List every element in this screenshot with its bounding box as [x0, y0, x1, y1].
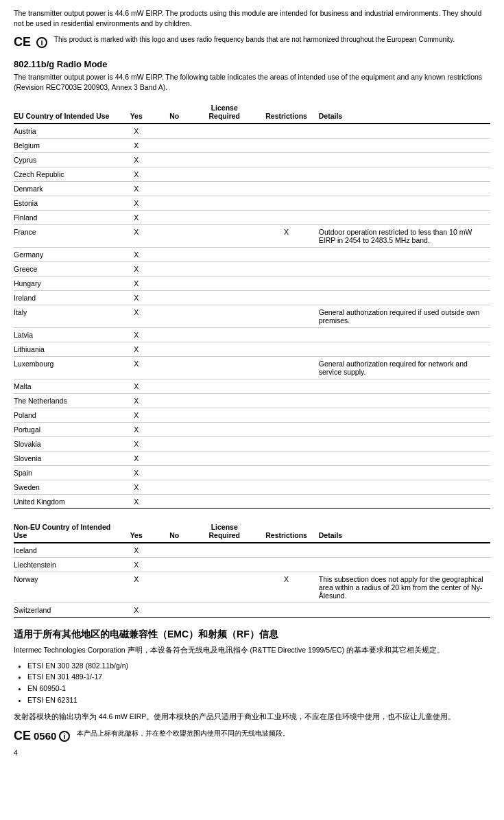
eu-restrictions-cell: [256, 422, 318, 436]
eu-yes-cell: X: [119, 393, 157, 408]
eu-details-cell: [319, 276, 490, 290]
non-eu-license-cell: [195, 572, 256, 602]
eu-restrictions-cell: [256, 138, 318, 152]
eu-table-row: Germany X: [14, 247, 490, 261]
eu-table-row: Poland X: [14, 408, 490, 422]
info-icon-bottom: i: [59, 731, 70, 742]
ce-text-bottom: 本产品上标有此徽标，并在整个欧盟范围内使用不同的无线电波频段。: [77, 729, 289, 738]
eu-license-cell: [195, 196, 256, 210]
eu-table: EU Country of Intended Use Yes No Licens…: [14, 101, 490, 509]
eu-license-cell: [195, 393, 256, 408]
eu-country-cell: Spain: [14, 465, 119, 480]
eu-no-cell: [156, 408, 195, 422]
chinese-title: 适用于所有其他地区的电磁兼容性（EMC）和射频（RF）信息: [14, 629, 490, 641]
non-eu-details-cell: [319, 543, 490, 558]
eu-country-cell: Hungary: [14, 276, 119, 290]
eu-table-row: Italy X General authorization required i…: [14, 305, 490, 327]
ce-block-bottom: CE 0560 i 本产品上标有此徽标，并在整个欧盟范围内使用不同的无线电波频段…: [14, 729, 490, 743]
chinese-body1: Intermec Technologies Corporation 声明，本设备…: [14, 645, 490, 656]
non-eu-section: Non-EU Country of Intended Use Yes No Li…: [14, 520, 490, 618]
eu-table-row: United Kingdom X: [14, 494, 490, 508]
chinese-section: 适用于所有其他地区的电磁兼容性（EMC）和射频（RF）信息 Intermec T…: [14, 629, 490, 744]
non-eu-table-row: Iceland X: [14, 543, 490, 558]
eu-table-row: The Netherlands X: [14, 393, 490, 408]
eu-yes-cell: X: [119, 210, 157, 224]
eu-license-cell: [195, 152, 256, 167]
eu-table-row: Slovakia X: [14, 436, 490, 451]
eu-license-cell: [195, 480, 256, 494]
eu-yes-cell: X: [119, 480, 157, 494]
eu-yes-cell: X: [119, 261, 157, 276]
eu-country-cell: Cyprus: [14, 152, 119, 167]
non-eu-details-cell: [319, 602, 490, 617]
eu-country-cell: Germany: [14, 247, 119, 261]
eu-col-restrictions: Restrictions: [256, 101, 318, 124]
eu-no-cell: [156, 305, 195, 327]
eu-restrictions-cell: [256, 261, 318, 276]
eu-col-no: No: [156, 101, 195, 124]
eu-details-cell: [319, 342, 490, 356]
ce-mark: CE: [14, 35, 31, 49]
eu-no-cell: [156, 261, 195, 276]
eu-yes-cell: X: [119, 181, 157, 196]
eu-table-row: Finland X: [14, 210, 490, 224]
section-802-title: 802.11b/g Radio Mode: [14, 59, 490, 69]
eu-license-cell: [195, 494, 256, 508]
non-eu-col-yes: Yes: [119, 520, 157, 543]
eu-country-cell: Belgium: [14, 138, 119, 152]
non-eu-yes-cell: X: [119, 543, 157, 558]
eu-country-cell: Portugal: [14, 422, 119, 436]
eu-no-cell: [156, 494, 195, 508]
eu-details-cell: [319, 494, 490, 508]
ce-text-top: This product is marked with this logo an…: [54, 35, 455, 45]
eu-country-cell: Austria: [14, 124, 119, 139]
ce-block-top: CE i This product is marked with this lo…: [14, 35, 490, 49]
non-eu-license-cell: [195, 557, 256, 572]
eu-license-cell: [195, 408, 256, 422]
eu-restrictions-cell: [256, 436, 318, 451]
non-eu-details-cell: [319, 557, 490, 572]
eu-yes-cell: X: [119, 494, 157, 508]
eu-yes-cell: X: [119, 276, 157, 290]
non-eu-table-row: Switzerland X: [14, 602, 490, 617]
eu-restrictions-cell: [256, 181, 318, 196]
eu-restrictions-cell: [256, 152, 318, 167]
eu-restrictions-cell: [256, 393, 318, 408]
non-eu-license-cell: [195, 602, 256, 617]
eu-country-cell: Greece: [14, 261, 119, 276]
non-eu-no-cell: [156, 572, 195, 602]
non-eu-no-cell: [156, 543, 195, 558]
eu-country-cell: France: [14, 224, 119, 247]
eu-table-row: Ireland X: [14, 290, 490, 305]
ce-logo-top: CE i: [14, 35, 47, 49]
eu-details-cell: Outdoor operation restricted to less tha…: [319, 224, 490, 247]
eu-no-cell: [156, 290, 195, 305]
eu-restrictions-cell: [256, 465, 318, 480]
eu-country-cell: Italy: [14, 305, 119, 327]
eu-no-cell: [156, 379, 195, 393]
eu-table-row: Malta X: [14, 379, 490, 393]
bullet-item: ETSI EN 300 328 (802.11b/g/n): [27, 660, 490, 672]
eu-license-cell: [195, 167, 256, 181]
non-eu-table-row: Norway X X This subsection does not appl…: [14, 572, 490, 602]
eu-yes-cell: X: [119, 196, 157, 210]
eu-country-cell: Czech Republic: [14, 167, 119, 181]
eu-details-cell: [319, 480, 490, 494]
eu-restrictions-cell: [256, 290, 318, 305]
eu-details-cell: General authorization required if used o…: [319, 305, 490, 327]
ce-number-bottom: 0560: [34, 730, 56, 742]
eu-yes-cell: X: [119, 124, 157, 139]
eu-no-cell: [156, 393, 195, 408]
eu-license-cell: [195, 305, 256, 327]
eu-license-cell: [195, 210, 256, 224]
eu-yes-cell: X: [119, 436, 157, 451]
eu-table-row: Latvia X: [14, 327, 490, 342]
eu-restrictions-cell: [256, 356, 318, 379]
eu-col-yes: Yes: [119, 101, 157, 124]
non-eu-restrictions-cell: [256, 602, 318, 617]
eu-table-row: Spain X: [14, 465, 490, 480]
non-eu-table: Non-EU Country of Intended Use Yes No Li…: [14, 520, 490, 618]
non-eu-country-cell: Iceland: [14, 543, 119, 558]
eu-details-cell: [319, 167, 490, 181]
eu-license-cell: [195, 181, 256, 196]
